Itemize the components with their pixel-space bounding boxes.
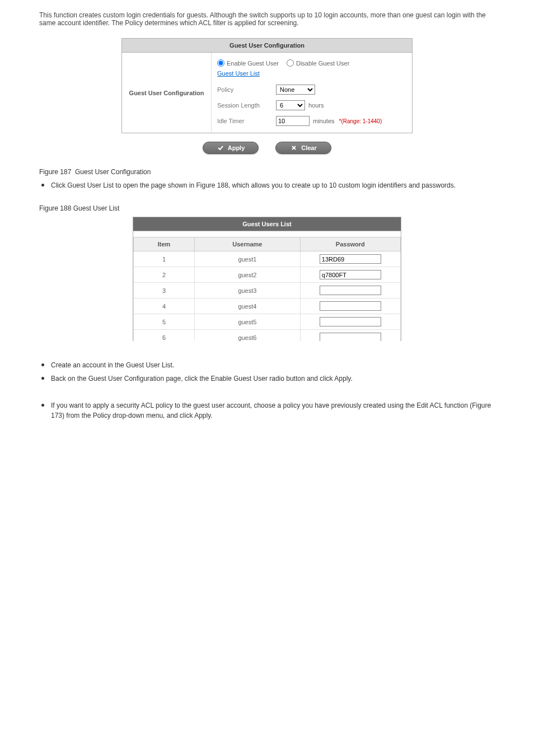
bullet-icon (41, 363, 44, 366)
col-item: Item (134, 237, 195, 251)
user-list-title: Guest Users List (133, 217, 401, 231)
username-cell: guest6 (195, 330, 301, 342)
username-cell: guest1 (195, 251, 301, 267)
item-cell: 6 (134, 330, 195, 342)
policy-select[interactable]: None (276, 85, 315, 95)
session-length-select[interactable]: 6 (276, 100, 305, 110)
password-input[interactable] (320, 286, 381, 295)
password-cell (300, 283, 400, 298)
password-cell (300, 251, 400, 267)
guest-user-list-link[interactable]: Guest User List (217, 70, 260, 77)
guest-user-config-panel: Guest User Configuration Guest User Conf… (121, 38, 413, 133)
col-password: Password (300, 237, 400, 251)
bullet-2: Create an account in the Guest User List… (51, 360, 174, 370)
session-unit: hours (308, 102, 324, 109)
item-cell: 3 (134, 283, 195, 298)
username-cell: guest3 (195, 283, 301, 298)
intro-paragraph: This function creates custom login crede… (39, 11, 495, 27)
table-row: 4guest4 (134, 298, 401, 314)
session-length-label: Session Length (217, 102, 276, 109)
enable-guest-radio[interactable] (217, 59, 224, 67)
figure-caption: Figure 188 Guest User List (39, 204, 495, 212)
table-row: 5guest5 (134, 314, 401, 330)
bullet-4: If you want to apply a security ACL poli… (51, 400, 495, 421)
policy-label: Policy (217, 86, 276, 93)
idle-timer-input[interactable] (276, 116, 310, 126)
bullet-icon (41, 404, 44, 407)
figure-caption-top: Figure 187 Guest User Configuration (39, 168, 495, 176)
item-cell: 1 (134, 251, 195, 267)
table-row: 3guest3 (134, 283, 401, 298)
table-row: 2guest2 (134, 267, 401, 283)
bullet-icon (41, 377, 44, 380)
x-icon (290, 144, 298, 152)
panel-title: Guest User Configuration (122, 39, 412, 53)
disable-guest-label: Disable Guest User (296, 60, 349, 67)
username-cell: guest5 (195, 314, 301, 330)
password-input[interactable] (320, 254, 381, 264)
password-cell (300, 330, 400, 342)
table-row: 6guest6 (134, 330, 401, 342)
username-cell: guest4 (195, 298, 301, 314)
password-cell (300, 267, 400, 283)
check-icon (217, 144, 224, 152)
item-cell: 5 (134, 314, 195, 330)
item-cell: 4 (134, 298, 195, 314)
item-cell: 2 (134, 267, 195, 283)
password-input[interactable] (320, 317, 381, 326)
bullet-icon (41, 184, 44, 186)
apply-button[interactable]: Apply (203, 142, 259, 154)
enable-guest-label: Enable Guest User (227, 60, 279, 67)
password-cell (300, 298, 400, 314)
col-username: Username (195, 237, 301, 251)
bullet-3: Back on the Guest User Configuration pag… (51, 374, 353, 384)
table-row: 1guest1 (134, 251, 401, 267)
password-input[interactable] (320, 333, 381, 341)
password-cell (300, 314, 400, 330)
idle-range-hint: *(Range: 1-1440) (339, 118, 382, 124)
password-input[interactable] (320, 270, 381, 279)
bullet-1: Click Guest User List to open the page s… (51, 180, 456, 190)
idle-unit: minutes (313, 118, 335, 124)
clear-button[interactable]: Clear (275, 142, 331, 154)
guest-users-list-panel: Guest Users List Item Username Password … (133, 217, 401, 341)
section-label: Guest User Configuration (122, 53, 212, 133)
idle-timer-label: Idle Timer (217, 118, 276, 124)
password-input[interactable] (320, 301, 381, 311)
username-cell: guest2 (195, 267, 301, 283)
disable-guest-radio[interactable] (287, 59, 294, 67)
